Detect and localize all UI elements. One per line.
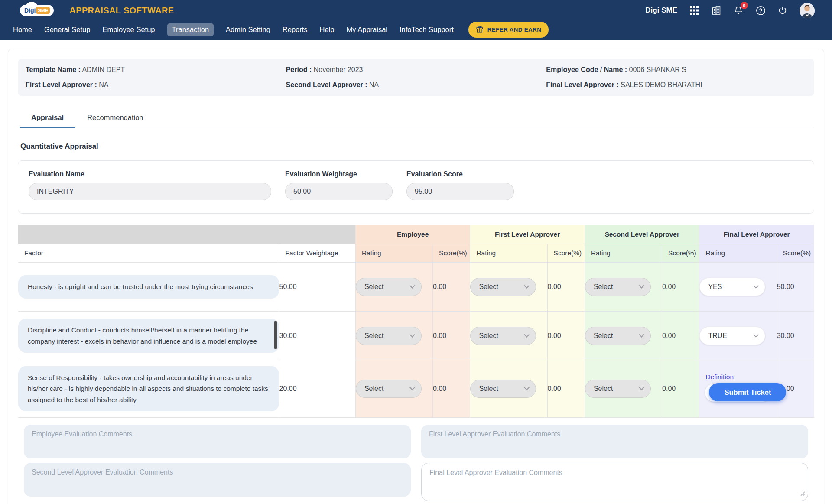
employee-rating-select[interactable]: Select (356, 380, 422, 398)
second-level-score: 0.00 (662, 360, 699, 418)
info-period: Period : November 2023 (286, 66, 546, 74)
info-second-level-approver: Second Level Approver : NA (286, 81, 546, 89)
tab-appraisal[interactable]: Appraisal (20, 107, 75, 128)
submit-ticket-button[interactable]: Submit Ticket (709, 383, 786, 401)
second-level-score: 0.00 (662, 263, 699, 312)
evaluation-score-input[interactable] (406, 183, 514, 200)
info-label: Second Level Approver : (286, 81, 367, 88)
nav-item-admin-setting[interactable]: Admin Setting (226, 26, 270, 34)
chevron-down-icon (524, 385, 530, 390)
nav-item-help[interactable]: Help (320, 26, 335, 34)
page: Template Name : ADMIN DEPT Period : Nove… (0, 40, 832, 504)
employee-score: 0.00 (433, 312, 470, 360)
digisme-logo: Digi SME (20, 5, 54, 16)
second-level-comments-textarea[interactable] (24, 463, 411, 497)
chevron-down-icon (410, 283, 415, 289)
select-value: Select (594, 283, 613, 291)
select-value: Select (364, 283, 384, 291)
group-header-first-level: First Level Approver (470, 225, 585, 244)
second-level-rating-select[interactable]: Select (585, 278, 651, 296)
final-level-comments-wrap (421, 463, 808, 501)
first-level-rating-select[interactable]: Select (470, 380, 536, 398)
group-header-final-level: Final Level Approver (699, 225, 814, 244)
first-level-rating-select[interactable]: Select (470, 278, 536, 296)
info-value: NA (99, 81, 108, 88)
first-level-rating-select[interactable]: Select (470, 327, 536, 345)
chevron-down-icon (754, 332, 759, 338)
factor-weightage: 30.00 (279, 312, 355, 360)
factor-weightage: 20.00 (279, 360, 355, 418)
employee-rating-select[interactable]: Select (356, 327, 422, 345)
appraisal-table: Employee First Level Approver Second Lev… (18, 225, 814, 418)
info-value: NA (369, 81, 379, 88)
factor-text: Sense of Responsibility - takes ownershi… (18, 366, 279, 411)
column-header-weightage: Factor Weightage (279, 244, 355, 263)
notification-bell-icon[interactable]: 0 (733, 5, 744, 16)
info-label: Final Level Approver : (546, 81, 618, 88)
evaluation-name-label: Evaluation Name (29, 170, 271, 178)
evaluation-name-input[interactable] (29, 183, 271, 200)
column-header-factor: Factor (18, 244, 280, 263)
employee-rating-select[interactable]: Select (356, 278, 422, 296)
factor-text: Honesty - is upright and can be trusted … (18, 275, 279, 298)
final-level-rating-select[interactable]: TRUE (699, 327, 765, 345)
nav-item-employee-setup[interactable]: Employee Setup (102, 26, 155, 34)
tab-bar: Appraisal Recommendation (18, 107, 814, 128)
select-value: TRUE (708, 332, 727, 340)
chevron-down-icon (639, 385, 644, 390)
evaluation-weightage-label: Evaluation Weightage (285, 170, 393, 178)
info-label: Employee Code / Name : (546, 66, 627, 73)
evaluation-panel: Evaluation Name Evaluation Weightage Eva… (18, 160, 814, 214)
column-header-score: Score(%) (777, 244, 814, 263)
notification-count-badge: 0 (741, 2, 748, 9)
select-value: Select (479, 385, 498, 393)
column-header-rating: Rating (585, 244, 662, 263)
tab-recommendation[interactable]: Recommendation (75, 107, 155, 128)
user-avatar[interactable] (800, 3, 815, 18)
definition-link[interactable]: Definition (705, 373, 734, 381)
evaluation-score-group: Evaluation Score (406, 170, 514, 200)
final-level-comments-textarea[interactable] (421, 463, 808, 501)
evaluation-score-label: Evaluation Score (406, 170, 514, 178)
refer-and-earn-button[interactable]: REFER AND EARN (468, 22, 549, 38)
select-value: Select (594, 385, 613, 393)
nav-item-reports[interactable]: Reports (283, 26, 308, 34)
nav-item-transaction[interactable]: Transaction (167, 23, 214, 36)
factor-text[interactable]: Discipline and Conduct - conducts himsel… (18, 319, 279, 352)
info-value: SALES DEMO BHARATHI (621, 81, 702, 88)
top-bar: Digi SME APPRAISAL SOFTWARE Digi SME (0, 0, 832, 40)
nav-item-home[interactable]: Home (13, 26, 32, 34)
help-icon[interactable] (755, 5, 766, 16)
first-level-score: 0.00 (547, 263, 585, 312)
main-nav: Home General Setup Employee Setup Transa… (0, 20, 832, 40)
select-value: Select (364, 385, 384, 393)
column-header-rating: Rating (470, 244, 547, 263)
final-level-rating-select[interactable]: YES (699, 278, 765, 296)
appraisal-info-panel: Template Name : ADMIN DEPT Period : Nove… (18, 59, 814, 96)
nav-item-my-appraisal[interactable]: My Appraisal (347, 26, 387, 34)
evaluation-weightage-input[interactable] (285, 183, 393, 200)
table-row: Sense of Responsibility - takes ownershi… (18, 360, 814, 418)
factor-weightage: 50.00 (279, 263, 355, 312)
resize-handle-icon[interactable] (800, 490, 805, 498)
first-level-comments-textarea[interactable] (421, 425, 808, 458)
info-employee-code-name: Employee Code / Name : 0006 SHANKAR S (546, 66, 806, 74)
second-level-rating-select[interactable]: Select (585, 380, 651, 398)
second-level-rating-select[interactable]: Select (585, 327, 651, 345)
nav-item-general-setup[interactable]: General Setup (44, 26, 90, 34)
power-icon[interactable] (777, 5, 788, 16)
employee-comments-textarea[interactable] (24, 425, 411, 458)
table-row: Discipline and Conduct - conducts himsel… (18, 312, 814, 360)
chevron-down-icon (410, 332, 415, 338)
column-header-rating: Rating (355, 244, 432, 263)
nav-item-infotech-support[interactable]: InfoTech Support (400, 26, 454, 34)
buildings-icon[interactable] (711, 5, 722, 16)
select-value: Select (479, 283, 498, 291)
gift-icon (476, 25, 484, 34)
content-card: Template Name : ADMIN DEPT Period : Nove… (8, 49, 824, 504)
chevron-down-icon (524, 332, 530, 338)
section-title: Quantitative Appraisal (18, 142, 814, 151)
chevron-down-icon (639, 332, 644, 338)
column-header-score: Score(%) (662, 244, 699, 263)
apps-grid-icon[interactable] (689, 5, 699, 16)
